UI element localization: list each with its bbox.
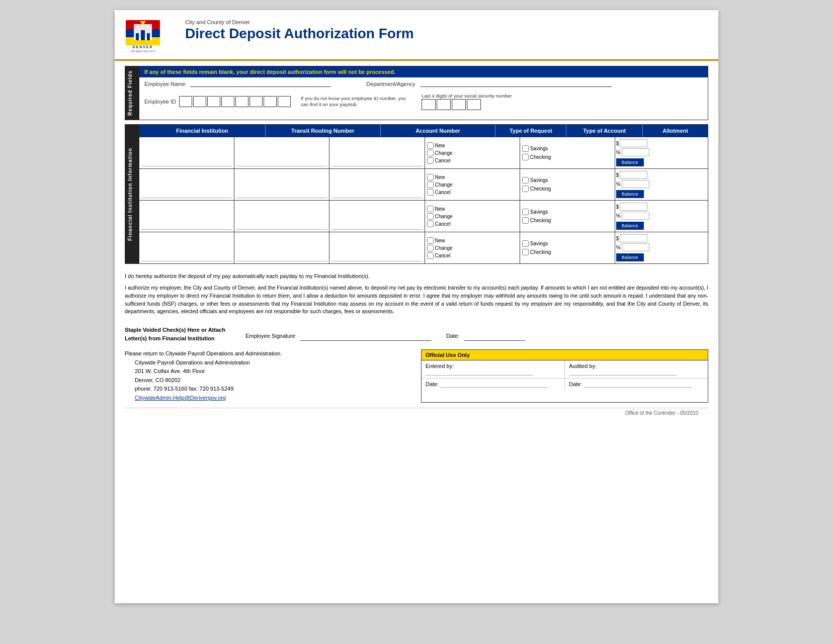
id-box-1[interactable] xyxy=(179,96,192,107)
ssn-box-3[interactable] xyxy=(452,99,466,110)
required-fields-label: Required Fields xyxy=(125,66,139,120)
official-row-2: Date: Date: xyxy=(422,379,708,390)
table-row: New Change Cancel Savings Checking $ % B… xyxy=(139,200,708,232)
signature-area: Employee Signature Date: xyxy=(245,326,708,341)
fi-input-transit-4[interactable] xyxy=(236,234,327,261)
financial-table: Financial Institution Transit Routing Nu… xyxy=(139,125,708,263)
official-use-rows: Entered by: Audited by: Date: xyxy=(422,360,708,390)
fi-input-institution-2[interactable] xyxy=(141,171,232,198)
ssn-box-4[interactable] xyxy=(467,99,481,110)
allot-dollar-input-1[interactable] xyxy=(620,139,647,147)
balance-button-1[interactable]: Balance xyxy=(616,158,644,166)
checkbox-checking-1[interactable] xyxy=(522,154,529,160)
employee-signature-line xyxy=(300,331,431,341)
checkbox-savings-3[interactable] xyxy=(522,209,529,215)
header-subtitle: City and County of Denver xyxy=(185,19,414,25)
allot-pct-input-2[interactable] xyxy=(622,180,649,188)
allot-dollar-input-2[interactable] xyxy=(620,171,647,179)
official-use-section: Official Use Only Entered by: Audited by… xyxy=(421,349,708,403)
allot-dollar-1: $ xyxy=(616,139,707,147)
date-line xyxy=(464,331,525,341)
allot-dollar-input-4[interactable] xyxy=(620,234,647,242)
allot-pct-input-4[interactable] xyxy=(622,243,649,251)
entered-by-input[interactable] xyxy=(426,369,533,376)
id-box-7[interactable] xyxy=(264,96,277,107)
checkbox-checking-2[interactable] xyxy=(522,186,529,192)
ssn-boxes xyxy=(422,99,512,110)
fi-input-account-1[interactable] xyxy=(331,139,422,166)
checkbox-new-2[interactable] xyxy=(427,174,434,180)
fi-input-transit-1[interactable] xyxy=(236,139,327,166)
checkbox-savings-4[interactable] xyxy=(522,240,529,247)
fi-input-transit-3[interactable] xyxy=(236,203,327,230)
audited-by-cell: Audited by: xyxy=(565,360,708,378)
allot-pct-input-1[interactable] xyxy=(622,148,649,156)
fi-cell-allot-3: $ % Balance xyxy=(615,201,708,232)
fi-input-institution-4[interactable] xyxy=(141,234,232,261)
checkbox-change-1[interactable] xyxy=(427,150,434,156)
checkbox-change-3[interactable] xyxy=(427,213,434,220)
email-link[interactable]: CitywideAdmin.Help@Denvergov.org xyxy=(135,395,226,401)
fi-input-transit-2[interactable] xyxy=(236,171,327,198)
checkbox-new-3[interactable] xyxy=(427,206,434,212)
balance-button-3[interactable]: Balance xyxy=(616,222,644,230)
header: DENVER THE MILE HIGH CITY City and Count… xyxy=(115,10,718,61)
fi-cell-type-acc-3: Savings Checking xyxy=(520,201,615,232)
balance-button-2[interactable]: Balance xyxy=(616,190,644,198)
required-section: Required Fields If any of these fields r… xyxy=(125,66,708,120)
name-dept-row: Employee Name Department/Agency xyxy=(139,77,708,90)
fi-input-institution-3[interactable] xyxy=(141,203,232,230)
fi-cell-institution-2 xyxy=(139,169,234,200)
svg-text:THE MILE HIGH CITY: THE MILE HIGH CITY xyxy=(130,50,155,53)
id-box-8[interactable] xyxy=(278,96,291,107)
employee-id-hint: If you do not know your employee ID numb… xyxy=(301,96,411,108)
ssn-box-1[interactable] xyxy=(422,99,436,110)
id-row: Employee ID If you do not know yo xyxy=(139,90,708,113)
checkbox-change-4[interactable] xyxy=(427,245,434,251)
fi-input-account-4[interactable] xyxy=(331,234,422,261)
fi-col-header-fi: Financial Institution xyxy=(139,125,266,137)
fi-cell-transit-3 xyxy=(234,201,329,232)
svg-text:DENVER: DENVER xyxy=(132,45,153,49)
employee-signature-label: Employee Signature xyxy=(245,333,295,339)
svg-rect-7 xyxy=(147,33,150,40)
checkbox-checking-4[interactable] xyxy=(522,249,529,255)
id-box-4[interactable] xyxy=(221,96,234,107)
checkbox-checking-3[interactable] xyxy=(522,217,529,224)
audited-by-input[interactable] xyxy=(569,369,677,376)
checkbox-cancel-1[interactable] xyxy=(427,157,434,164)
auth-long-text: I authorize my employer, the City and Co… xyxy=(125,284,708,316)
checkbox-change-2[interactable] xyxy=(427,181,434,188)
checkbox-cancel-3[interactable] xyxy=(427,221,434,227)
checkbox-cancel-2[interactable] xyxy=(427,189,434,196)
fi-cell-type-req-2: New Change Cancel xyxy=(425,169,520,200)
fi-input-institution-1[interactable] xyxy=(141,139,232,166)
checkbox-new-4[interactable] xyxy=(427,237,434,244)
checkbox-savings-1[interactable] xyxy=(522,145,529,152)
fi-col-header-type-req: Type of Request xyxy=(495,125,566,137)
id-box-6[interactable] xyxy=(249,96,263,107)
checkbox-new-1[interactable] xyxy=(427,142,434,149)
form-container: Required Fields If any of these fields r… xyxy=(115,66,718,430)
ssn-box-2[interactable] xyxy=(437,99,451,110)
fi-input-account-3[interactable] xyxy=(331,203,422,230)
allot-pct-1: % xyxy=(616,148,707,156)
fi-cell-transit-1 xyxy=(234,137,329,168)
balance-button-4[interactable]: Balance xyxy=(616,253,644,261)
official-date-right-input[interactable] xyxy=(584,381,691,388)
employee-name-input[interactable] xyxy=(190,80,331,87)
return-line-1: Please return to Citywide Payroll Operat… xyxy=(125,349,411,358)
return-email: CitywideAdmin.Help@Denvergov.org xyxy=(125,394,411,403)
checkbox-savings-2[interactable] xyxy=(522,177,529,183)
id-box-3[interactable] xyxy=(207,96,220,107)
official-date-left-input[interactable] xyxy=(440,381,548,388)
allot-pct-input-3[interactable] xyxy=(622,212,649,220)
page-footer: Office of the Controller - 05/2010 xyxy=(125,408,708,420)
id-box-2[interactable] xyxy=(193,96,206,107)
dept-agency-input[interactable] xyxy=(421,80,612,87)
fi-cell-institution-4 xyxy=(139,232,234,263)
id-box-5[interactable] xyxy=(235,96,248,107)
checkbox-cancel-4[interactable] xyxy=(427,252,434,259)
allot-dollar-input-3[interactable] xyxy=(620,203,647,211)
fi-input-account-2[interactable] xyxy=(331,171,422,198)
